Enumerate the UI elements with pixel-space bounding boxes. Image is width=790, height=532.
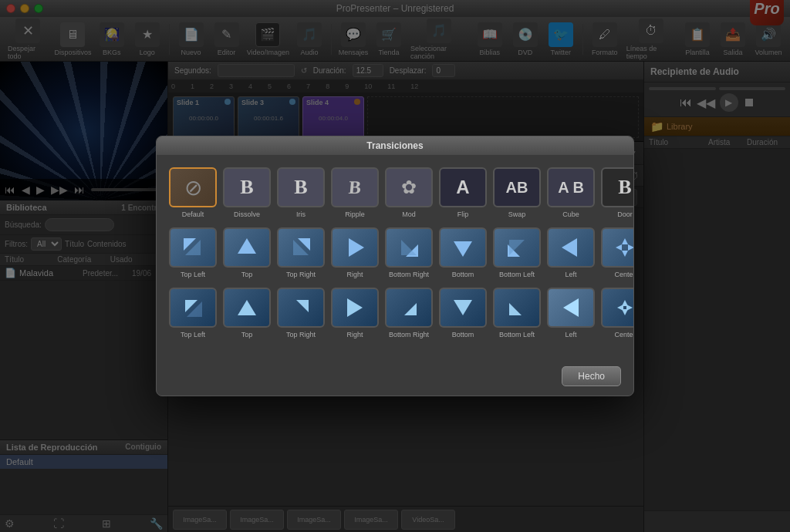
trans-r2-l-label: Left bbox=[565, 271, 576, 278]
trans-mod-label: Mod bbox=[402, 210, 416, 218]
svg-marker-7 bbox=[401, 240, 417, 255]
trans-row2-bottom[interactable]: Bottom bbox=[439, 227, 487, 278]
trans-default[interactable]: ⊘ Default bbox=[169, 167, 217, 218]
svg-marker-14 bbox=[616, 244, 622, 251]
trans-row2-center[interactable]: Center bbox=[601, 227, 634, 278]
trans-mod-box: ✿ bbox=[385, 167, 433, 207]
transition-row-3: Top Left Top Top Right bbox=[169, 288, 621, 338]
trans-row3-topleft[interactable]: Top Left bbox=[169, 288, 217, 338]
trans-row3-left[interactable]: Left bbox=[547, 288, 595, 338]
trans-r3-b-label: Bottom bbox=[452, 331, 474, 338]
trans-swap[interactable]: AB Swap bbox=[493, 167, 541, 218]
trans-r2-t-label: Top bbox=[241, 271, 253, 278]
trans-r2-tr-label: Top Right bbox=[286, 271, 316, 278]
ripple-icon: B bbox=[348, 177, 362, 198]
trans-iris-box: B bbox=[277, 167, 325, 207]
trans-row3-bottom[interactable]: Bottom bbox=[439, 288, 487, 338]
trans-default-label: Default bbox=[182, 210, 204, 218]
trans-swap-box: AB bbox=[493, 167, 541, 207]
svg-marker-22 bbox=[454, 300, 472, 315]
trans-swap-label: Swap bbox=[508, 210, 526, 218]
trans-r2-br-label: Bottom Right bbox=[389, 271, 429, 278]
trans-door-box: B bbox=[601, 167, 634, 207]
trans-door-label: Door bbox=[617, 210, 633, 218]
cube-icon: A B bbox=[558, 179, 584, 197]
trans-mod[interactable]: ✿ Mod bbox=[385, 167, 433, 218]
svg-marker-10 bbox=[509, 240, 525, 255]
trans-row3-botright[interactable]: Bottom Right bbox=[385, 288, 433, 338]
trans-row2-topright[interactable]: Top Right bbox=[277, 227, 325, 278]
modal-overlay: Transiciones ⊘ Default B Dissolve bbox=[0, 0, 790, 532]
arrow3-botleft-icon bbox=[505, 295, 529, 320]
svg-marker-24 bbox=[563, 298, 579, 317]
arrow3-top-icon bbox=[235, 295, 259, 320]
arrow3-botright-icon bbox=[397, 295, 421, 320]
trans-r3-br-box bbox=[385, 288, 433, 328]
mod-icon: ✿ bbox=[401, 177, 417, 198]
trans-flip[interactable]: A Flip bbox=[439, 167, 487, 218]
arrow3-topleft-icon bbox=[181, 295, 205, 320]
svg-marker-18 bbox=[238, 300, 256, 315]
trans-row3-top[interactable]: Top bbox=[223, 288, 271, 338]
trans-row2-left[interactable]: Left bbox=[547, 227, 595, 278]
trans-r2-tl-label: Top Left bbox=[181, 271, 205, 278]
arrow-right-icon bbox=[343, 235, 367, 260]
trans-row2-topleft[interactable]: Top Left bbox=[169, 227, 217, 278]
arrow-topright-icon bbox=[289, 235, 313, 260]
arrow-bottom-icon bbox=[451, 235, 475, 260]
door-icon: B bbox=[618, 176, 631, 199]
swap-icon: AB bbox=[506, 179, 528, 197]
trans-dissolve-box: B bbox=[223, 167, 271, 207]
trans-r3-c-box bbox=[601, 288, 634, 328]
arrow-left-icon bbox=[559, 235, 583, 260]
trans-dissolve[interactable]: B Dissolve bbox=[223, 167, 271, 218]
arrow-topleft-icon bbox=[181, 235, 205, 260]
trans-ripple-box: B bbox=[331, 167, 379, 207]
trans-r3-tr-box bbox=[277, 288, 325, 328]
trans-r2-c-label: Center bbox=[614, 271, 634, 278]
trans-cube-label: Cube bbox=[562, 210, 579, 218]
trans-row3-center[interactable]: Center bbox=[601, 288, 634, 338]
svg-marker-23 bbox=[509, 303, 522, 315]
trans-r3-r-box bbox=[331, 288, 379, 328]
transition-row-1: ⊘ Default B Dissolve B Iris bbox=[169, 167, 621, 218]
trans-dissolve-label: Dissolve bbox=[234, 210, 260, 218]
iris-icon: B bbox=[294, 176, 307, 199]
svg-marker-20 bbox=[347, 298, 363, 317]
trans-ripple-label: Ripple bbox=[345, 210, 365, 218]
arrow3-topright-icon bbox=[289, 295, 313, 320]
svg-marker-2 bbox=[238, 238, 256, 254]
svg-marker-15 bbox=[628, 244, 634, 251]
trans-r3-r-label: Right bbox=[346, 331, 363, 338]
trans-r2-tl-box bbox=[169, 227, 217, 268]
trans-r3-br-label: Bottom Right bbox=[389, 331, 429, 338]
trans-r3-t-label: Top bbox=[241, 331, 253, 338]
arrow-botleft-icon bbox=[505, 235, 529, 260]
trans-r3-tl-label: Top Left bbox=[181, 331, 205, 338]
trans-r2-b-box bbox=[439, 227, 487, 268]
trans-row2-botright[interactable]: Bottom Right bbox=[385, 227, 433, 278]
modal-title: Transiciones bbox=[157, 136, 633, 155]
trans-door[interactable]: B Door bbox=[601, 167, 634, 218]
dissolve-icon: B bbox=[240, 176, 253, 199]
trans-iris[interactable]: B Iris bbox=[277, 167, 325, 218]
svg-marker-11 bbox=[562, 238, 577, 257]
trans-row2-botleft[interactable]: Bottom Left bbox=[493, 227, 541, 278]
arrow3-center-icon bbox=[613, 295, 634, 320]
trans-r3-t-box bbox=[223, 288, 271, 328]
arrow-botright-icon bbox=[397, 235, 421, 260]
trans-row2-top[interactable]: Top bbox=[223, 227, 271, 278]
modal-footer: Hecho bbox=[157, 360, 633, 396]
trans-r3-l-box bbox=[547, 288, 595, 328]
trans-cube[interactable]: A B Cube bbox=[547, 167, 595, 218]
trans-r3-l-label: Left bbox=[565, 331, 576, 338]
done-button[interactable]: Hecho bbox=[562, 366, 621, 386]
trans-row2-right[interactable]: Right bbox=[331, 227, 379, 278]
trans-r2-b-label: Bottom bbox=[452, 271, 474, 278]
svg-marker-27 bbox=[617, 305, 623, 311]
svg-marker-13 bbox=[622, 251, 628, 257]
trans-row3-botleft[interactable]: Bottom Left bbox=[493, 288, 541, 338]
trans-row3-right[interactable]: Right bbox=[331, 288, 379, 338]
trans-row3-topright[interactable]: Top Right bbox=[277, 288, 325, 338]
trans-ripple[interactable]: B Ripple bbox=[331, 167, 379, 218]
